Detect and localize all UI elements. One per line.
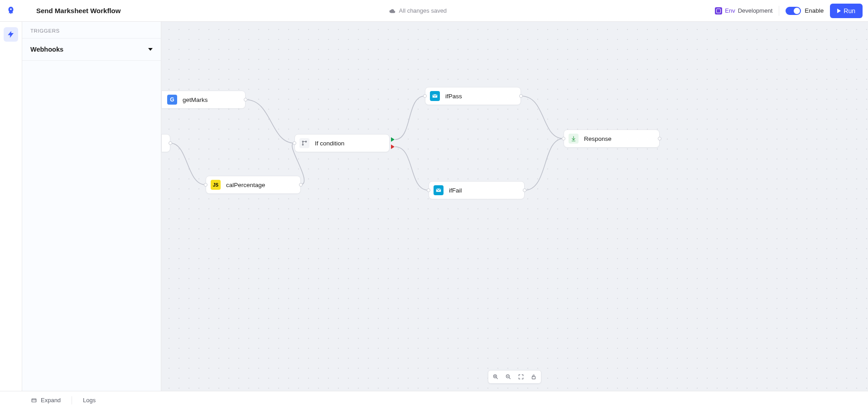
footer: Expand Logs <box>0 391 868 409</box>
node-getmarks[interactable]: G getMarks <box>161 91 246 109</box>
node-label: ifPass <box>445 93 462 100</box>
env-selector[interactable]: Env Development <box>715 7 772 14</box>
node-calpercentage[interactable]: JS calPercentage <box>206 176 301 194</box>
divider <box>72 396 72 404</box>
logs-button[interactable]: Logs <box>83 397 96 404</box>
node-ifpass[interactable]: ifPass <box>425 87 521 105</box>
branch-icon <box>299 138 309 148</box>
env-icon <box>715 7 722 14</box>
rocket-icon[interactable] <box>5 5 17 17</box>
header: Send Marksheet Workflow All changes save… <box>0 0 868 22</box>
node-label: ifFail <box>449 187 462 194</box>
node-if-condition[interactable]: If condition <box>294 134 390 152</box>
svg-point-1 <box>302 144 303 145</box>
svg-rect-6 <box>32 399 36 402</box>
canvas[interactable]: G getMarks JS calPercentage If condition <box>161 22 868 391</box>
play-icon <box>837 9 841 13</box>
fit-view-button[interactable] <box>516 372 526 381</box>
if-true-handle[interactable] <box>391 137 395 142</box>
google-sheets-icon: G <box>167 95 177 105</box>
node-response[interactable]: Response <box>564 130 660 148</box>
expand-button[interactable]: Expand <box>31 397 61 404</box>
node-label: getMarks <box>183 96 208 103</box>
left-rail <box>0 22 22 391</box>
sidebar: TRIGGERS Webhooks <box>22 22 161 391</box>
zoom-in-button[interactable] <box>491 372 500 381</box>
sidebar-section-label: TRIGGERS <box>22 22 161 38</box>
rail-workflow-icon[interactable] <box>4 27 18 42</box>
zoom-out-button[interactable] <box>504 372 513 381</box>
node-iffail[interactable]: ifFail <box>429 181 525 199</box>
env-label: Env <box>725 7 735 14</box>
enable-toggle[interactable] <box>786 7 801 15</box>
node-label: Response <box>584 135 612 142</box>
mail-icon <box>434 185 444 195</box>
save-status: All changes saved <box>399 7 447 14</box>
node-label: calPercentage <box>226 182 265 188</box>
run-label: Run <box>844 7 855 14</box>
node-merge-clipped[interactable] <box>161 134 170 152</box>
workflow-title: Send Marksheet Workflow <box>36 7 121 14</box>
enable-label: Enable <box>805 7 824 14</box>
if-output-handles <box>391 137 395 149</box>
if-false-handle[interactable] <box>391 144 395 149</box>
svg-point-0 <box>302 141 303 142</box>
run-button[interactable]: Run <box>830 4 863 18</box>
env-name: Development <box>738 7 773 14</box>
chevron-down-icon <box>148 48 153 51</box>
svg-rect-5 <box>532 376 535 379</box>
logs-label: Logs <box>83 397 96 404</box>
expand-icon <box>31 397 37 404</box>
sidebar-item-webhooks[interactable]: Webhooks <box>22 38 161 61</box>
node-label: If condition <box>315 140 344 147</box>
cloud-saved-icon <box>389 8 395 14</box>
expand-label: Expand <box>41 397 61 404</box>
mail-icon <box>430 91 440 101</box>
lock-button[interactable] <box>529 372 538 381</box>
response-icon <box>569 134 579 144</box>
divider <box>779 6 779 16</box>
js-icon: JS <box>211 180 221 190</box>
canvas-controls <box>488 370 541 384</box>
sidebar-item-label: Webhooks <box>30 46 63 53</box>
